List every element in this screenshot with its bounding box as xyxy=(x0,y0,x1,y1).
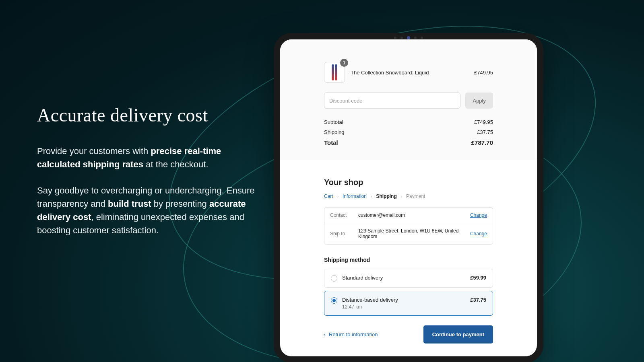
product-name: The Collection Snowboard: Liquid xyxy=(351,70,469,76)
discount-code-input[interactable] xyxy=(324,93,460,109)
subtotal-value: £749.95 xyxy=(474,119,493,125)
marketing-paragraph-1: Provide your customers with precise real… xyxy=(37,144,262,171)
chevron-right-icon: › xyxy=(337,194,339,199)
radio-icon xyxy=(331,297,337,304)
tablet-frame: 1 The Collection Snowboard: Liquid £749.… xyxy=(274,33,543,362)
radio-icon xyxy=(331,275,337,282)
shipto-label: Ship to xyxy=(330,231,358,237)
contact-label: Contact xyxy=(330,212,358,218)
shipto-value: 123 Sample Street, London, W1U 8EW, Unit… xyxy=(358,228,470,239)
shipping-option-price: £59.99 xyxy=(470,275,486,281)
chevron-right-icon: › xyxy=(371,194,372,199)
contact-value: customer@email.com xyxy=(358,212,470,218)
breadcrumb: Cart › Information › Shipping › Payment xyxy=(324,193,493,199)
contact-shipto-box: Contact customer@email.com Change Ship t… xyxy=(324,207,493,245)
breadcrumb-shipping: Shipping xyxy=(376,193,396,199)
shipping-method-title: Shipping method xyxy=(324,257,493,263)
chevron-left-icon: ‹ xyxy=(324,332,326,337)
marketing-paragraph-2: Say goodbye to overcharging or underchar… xyxy=(37,184,262,237)
shipping-option-standard[interactable]: Standard delivery £59.99 xyxy=(324,269,493,288)
shop-title: Your shop xyxy=(324,178,493,187)
product-thumbnail-wrap: 1 xyxy=(324,62,345,83)
shipto-row: Ship to 123 Sample Street, London, W1U 8… xyxy=(324,223,493,244)
subtotal-label: Subtotal xyxy=(324,119,343,125)
shipping-option-distance-value: 12.47 km xyxy=(342,304,465,310)
tablet-camera-notch xyxy=(384,36,433,39)
continue-to-payment-button[interactable]: Continue to payment xyxy=(423,325,493,343)
shipping-value: £37.75 xyxy=(477,129,493,135)
shipping-option-name: Standard delivery xyxy=(342,275,465,281)
quantity-badge: 1 xyxy=(340,59,348,67)
shipping-option-name: Distance-based delivery xyxy=(342,297,465,303)
order-totals: Subtotal £749.95 Shipping £37.75 Total £… xyxy=(324,119,493,146)
return-to-information-link[interactable]: ‹ Return to information xyxy=(324,331,378,337)
change-shipto-link[interactable]: Change xyxy=(470,231,487,237)
tablet-screen: 1 The Collection Snowboard: Liquid £749.… xyxy=(280,39,537,356)
cart-line-item: 1 The Collection Snowboard: Liquid £749.… xyxy=(324,62,493,83)
shipping-label: Shipping xyxy=(324,129,345,135)
marketing-copy: Accurate delivery cost Provide your cust… xyxy=(37,105,262,250)
return-link-label: Return to information xyxy=(329,331,378,337)
total-value: £787.70 xyxy=(471,139,493,146)
change-contact-link[interactable]: Change xyxy=(470,212,487,218)
contact-row: Contact customer@email.com Change xyxy=(324,208,493,223)
shipping-option-price: £37.75 xyxy=(470,297,486,303)
marketing-heading: Accurate delivery cost xyxy=(37,105,262,126)
apply-discount-button[interactable]: Apply xyxy=(465,93,493,109)
total-label: Total xyxy=(324,139,338,146)
breadcrumb-information[interactable]: Information xyxy=(343,193,367,199)
product-price: £749.95 xyxy=(474,70,493,76)
order-summary-panel: 1 The Collection Snowboard: Liquid £749.… xyxy=(280,39,537,160)
chevron-right-icon: › xyxy=(401,194,402,199)
breadcrumb-payment: Payment xyxy=(406,193,425,199)
breadcrumb-cart[interactable]: Cart xyxy=(324,193,333,199)
shipping-option-distance[interactable]: Distance-based delivery 12.47 km £37.75 xyxy=(324,291,493,316)
